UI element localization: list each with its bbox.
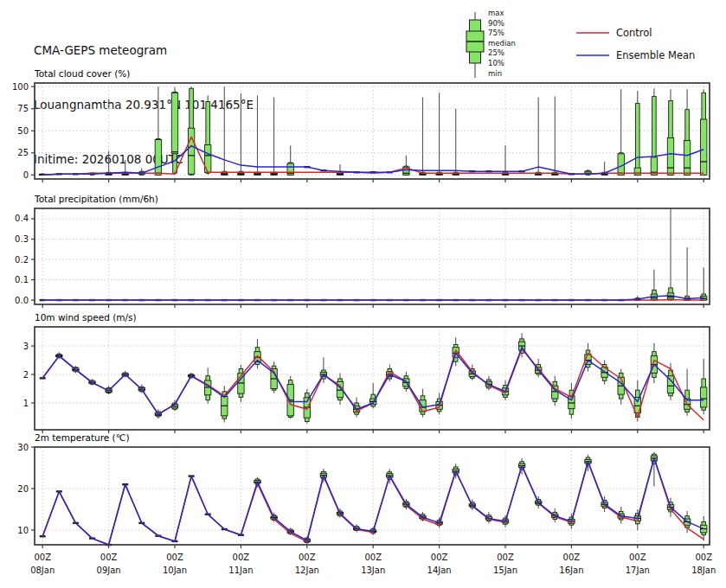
- x-label-hour: 00Z: [34, 553, 51, 562]
- x-label-hour: 00Z: [299, 553, 316, 562]
- meteogram-panels: Total cloud cover (%)0255075100Total pre…: [0, 0, 726, 588]
- wind-panel-frame: [35, 327, 710, 430]
- box-25-75: [667, 137, 673, 175]
- x-label-hour: 00Z: [497, 553, 514, 562]
- x-label-hour: 00Z: [431, 553, 448, 562]
- x-label-hour: 00Z: [364, 553, 382, 562]
- y-tick-label: 30: [17, 443, 29, 452]
- x-label-date: 14Jan: [427, 566, 452, 575]
- x-label-date: 16Jan: [559, 566, 583, 575]
- y-tick-label: 75: [17, 104, 29, 113]
- box-25-75: [701, 119, 707, 175]
- x-label-date: 13Jan: [361, 566, 385, 575]
- x-label-hour: 00Z: [563, 553, 581, 562]
- x-label-hour: 00Z: [695, 553, 712, 562]
- x-label-date: 09Jan: [97, 566, 121, 575]
- y-tick-label: 0.2: [15, 255, 29, 265]
- x-label-date: 08Jan: [30, 566, 55, 575]
- box-25-75: [171, 93, 177, 153]
- y-tick-label: 100: [12, 82, 29, 92]
- box-25-75: [634, 168, 640, 175]
- box-25-75: [701, 387, 707, 407]
- precip-panel-title: Total precipitation (mm/6h): [34, 194, 158, 204]
- cloud-panel-title: Total cloud cover (%): [34, 68, 130, 79]
- y-tick-label: 10: [17, 526, 29, 535]
- box-10-90: [636, 104, 640, 176]
- y-tick-label: 1: [23, 399, 29, 408]
- y-tick-label: 0: [23, 170, 29, 180]
- x-label-date: 11Jan: [228, 566, 253, 575]
- box-25-75: [420, 400, 426, 412]
- x-label-hour: 00Z: [629, 553, 646, 562]
- y-tick-label: 50: [17, 126, 29, 136]
- x-label-hour: 00Z: [233, 553, 250, 562]
- y-tick-label: 0.1: [15, 275, 29, 284]
- box-25-75: [155, 139, 161, 175]
- y-tick-label: 0.0: [15, 296, 29, 305]
- x-label-hour: 00Z: [166, 553, 183, 562]
- x-label-date: 10Jan: [163, 566, 187, 575]
- precip-panel-frame: [35, 208, 710, 304]
- y-tick-label: 0.4: [15, 214, 29, 223]
- temp-panel-title: 2m temperature (℃): [35, 432, 130, 443]
- y-tick-label: 20: [17, 484, 29, 494]
- box-25-75: [188, 128, 194, 174]
- x-label-date: 12Jan: [295, 566, 319, 575]
- y-tick-label: 0.3: [15, 234, 29, 244]
- y-tick-label: 2: [23, 370, 29, 380]
- box-25-75: [684, 140, 690, 175]
- x-label-date: 18Jan: [691, 566, 716, 575]
- x-label-hour: 00Z: [100, 553, 118, 562]
- wind-panel-title: 10m wind speed (m/s): [35, 312, 137, 323]
- x-label-date: 17Jan: [626, 566, 650, 575]
- y-tick-label: 25: [17, 148, 29, 157]
- x-label-date: 15Jan: [493, 566, 517, 575]
- meteogram-app: { "header": { "line1": "CMA-GEPS meteogr…: [0, 0, 726, 588]
- y-tick-label: 3: [23, 342, 29, 351]
